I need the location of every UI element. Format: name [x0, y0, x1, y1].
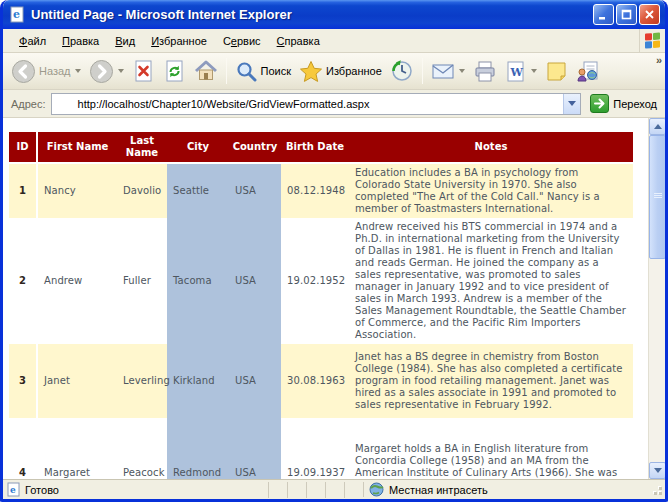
zone-label: Местная интрасеть — [389, 484, 488, 496]
menu-item-tools[interactable]: Сервис — [215, 31, 269, 51]
scroll-up-button[interactable] — [649, 118, 665, 135]
cell-notes: Margaret holds a BA in English literatur… — [349, 418, 633, 479]
address-url[interactable]: http://localhost/Chapter10/Website/GridV… — [52, 98, 564, 110]
status-pane — [325, 482, 344, 498]
cell-country: USA — [229, 418, 281, 479]
cell-notes: Janet has a BS degree in chemistry from … — [349, 344, 633, 418]
status-pane — [287, 482, 306, 498]
mail-dropdown-icon[interactable] — [459, 69, 465, 73]
cell-country: USA — [229, 218, 281, 344]
cell-birth-date: 19.02.1952 — [281, 218, 349, 344]
scrollbar-thumb[interactable] — [649, 135, 665, 259]
home-button[interactable] — [190, 57, 222, 85]
edit-word-page-icon: W — [505, 60, 527, 83]
favorites-button[interactable]: Избранное — [295, 58, 386, 85]
chevron-down-icon — [654, 468, 662, 473]
menu-item-file[interactable]: Файл — [11, 31, 54, 51]
table-row: 1 Nancy Davolio Seattle USA 08.12.1948 E… — [9, 163, 633, 218]
status-text: Готово — [25, 484, 59, 496]
cell-country: USA — [229, 163, 281, 218]
cell-last-name: Fuller — [117, 218, 167, 344]
go-label: Переход — [613, 98, 657, 110]
col-header-last-name: Last Name — [117, 132, 167, 163]
minimize-button[interactable] — [593, 4, 614, 25]
cell-id: 3 — [9, 344, 37, 418]
status-bar: e Готово Местная интрасеть — [3, 479, 665, 499]
menu-item-favorites[interactable]: Избранное — [143, 31, 215, 51]
history-clock-icon — [390, 59, 414, 83]
search-label: Поиск — [261, 65, 291, 77]
vertical-scrollbar[interactable] — [648, 118, 665, 479]
cell-first-name: Nancy — [37, 163, 117, 218]
status-pane — [268, 482, 287, 498]
title-bar[interactable]: e Untitled Page - Microsoft Internet Exp… — [3, 0, 665, 29]
cell-notes: Education includes a BA in psychology fr… — [349, 163, 633, 218]
history-button[interactable] — [386, 57, 418, 85]
address-input[interactable]: http://localhost/Chapter10/Website/GridV… — [51, 93, 582, 115]
go-button[interactable]: Переход — [586, 92, 661, 115]
back-dropdown-icon[interactable] — [75, 69, 81, 73]
chevron-down-icon — [568, 101, 576, 106]
toolbar-separator — [422, 58, 423, 84]
cell-first-name: Margaret — [37, 418, 117, 479]
svg-text:e: e — [10, 485, 16, 495]
discuss-note-icon — [545, 60, 568, 83]
table-row: 3 Janet Leverling Kirkland USA 30.08.196… — [9, 344, 633, 418]
refresh-icon — [163, 59, 186, 83]
intranet-globe-icon — [369, 482, 384, 497]
back-label: Назад — [39, 65, 71, 77]
stop-icon — [132, 59, 155, 83]
table-row: 2 Andrew Fuller Tacoma USA 19.02.1952 An… — [9, 218, 633, 344]
scrollbar-grip-icon — [654, 193, 662, 199]
col-header-id: ID — [9, 132, 37, 163]
search-magnifier-icon — [235, 60, 258, 83]
cell-last-name: Leverling — [117, 344, 167, 418]
edit-dropdown-icon[interactable] — [531, 69, 537, 73]
cell-birth-date: 30.08.1963 — [281, 344, 349, 418]
scroll-down-button[interactable] — [649, 462, 665, 479]
toolbar-separator — [226, 58, 227, 84]
stop-button[interactable] — [128, 57, 159, 85]
go-arrow-icon — [590, 94, 609, 113]
status-pane — [306, 482, 325, 498]
back-circle-arrow-icon — [11, 59, 36, 84]
chevron-up-icon — [654, 124, 662, 129]
security-zone-pane: Местная интрасеть — [363, 482, 663, 497]
mail-button[interactable] — [427, 58, 469, 84]
browser-window: e Untitled Page - Microsoft Internet Exp… — [0, 0, 668, 502]
ie-page-icon: e — [9, 6, 26, 23]
edit-button[interactable]: W — [501, 58, 541, 85]
messenger-button[interactable] — [572, 58, 604, 85]
close-button[interactable] — [639, 4, 660, 25]
table-row: 4 Margaret Peacock Redmond USA 19.09.193… — [9, 418, 633, 479]
maximize-button[interactable] — [616, 4, 637, 25]
favorites-star-icon — [299, 60, 323, 83]
cell-country: USA — [229, 344, 281, 418]
document-area: ID First Name Last Name City Country Bir… — [3, 118, 648, 479]
forward-circle-arrow-icon — [89, 59, 114, 84]
search-button[interactable]: Поиск — [231, 58, 295, 85]
address-dropdown-button[interactable] — [563, 94, 580, 114]
print-button[interactable] — [469, 58, 501, 85]
refresh-button[interactable] — [159, 57, 190, 85]
discuss-button[interactable] — [541, 58, 572, 85]
back-button[interactable]: Назад — [7, 57, 85, 86]
menu-item-help[interactable]: Справка — [269, 31, 328, 51]
resize-grip[interactable] — [650, 483, 663, 496]
menu-item-view[interactable]: Вид — [107, 31, 143, 51]
forward-dropdown-icon[interactable] — [118, 69, 124, 73]
windows-logo-icon — [639, 29, 665, 52]
forward-button[interactable] — [85, 57, 128, 86]
cell-notes: Andrew received his BTS commercial in 19… — [349, 218, 633, 344]
toolbar: Назад Поис — [3, 53, 665, 90]
table-header-row: ID First Name Last Name City Country Bir… — [9, 132, 633, 163]
toolbar-overflow-chevron[interactable]: » — [656, 54, 662, 66]
mail-envelope-icon — [431, 60, 455, 82]
col-header-first-name: First Name — [37, 132, 117, 163]
col-header-notes: Notes — [349, 132, 633, 163]
home-house-icon — [194, 59, 218, 83]
cell-last-name: Peacock — [117, 418, 167, 479]
cell-city: Seattle — [167, 163, 229, 218]
printer-icon — [473, 60, 497, 83]
menu-item-edit[interactable]: Правка — [54, 31, 107, 51]
